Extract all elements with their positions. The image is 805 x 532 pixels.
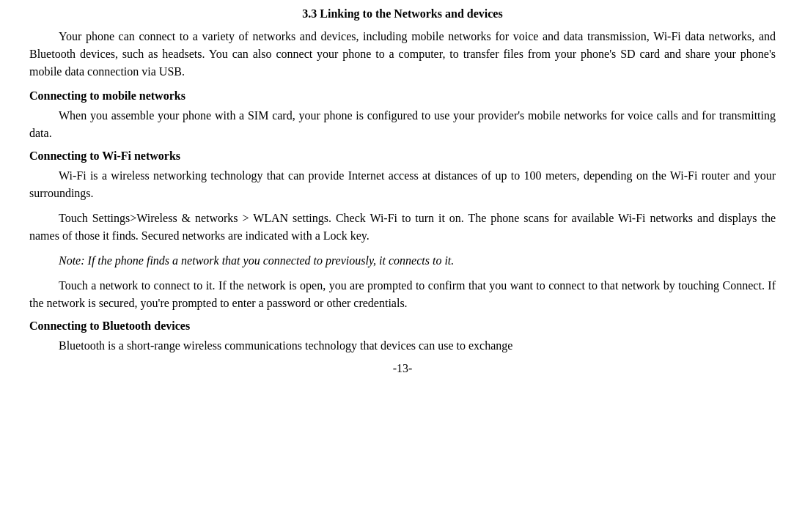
- mobile-networks-body: When you assemble your phone with a SIM …: [29, 107, 776, 142]
- wifi-body3: Touch a network to connect to it. If the…: [29, 277, 776, 312]
- section-heading: 3.3 Linking to the Networks and devices: [29, 7, 776, 21]
- wifi-body2: Touch Settings>Wireless & networks > WLA…: [29, 210, 776, 245]
- page-container: 3.3 Linking to the Networks and devices …: [0, 0, 805, 532]
- bluetooth-body: Bluetooth is a short-range wireless comm…: [29, 337, 776, 355]
- wifi-note: Note: If the phone finds a network that …: [29, 252, 776, 270]
- page-number: -13-: [29, 362, 776, 375]
- intro-paragraph: Your phone can connect to a variety of n…: [29, 28, 776, 81]
- bluetooth-heading: Connecting to Bluetooth devices: [29, 319, 776, 333]
- wifi-networks-heading: Connecting to Wi-Fi networks: [29, 149, 776, 163]
- wifi-body1: Wi-Fi is a wireless networking technolog…: [29, 167, 776, 202]
- mobile-networks-heading: Connecting to mobile networks: [29, 89, 776, 103]
